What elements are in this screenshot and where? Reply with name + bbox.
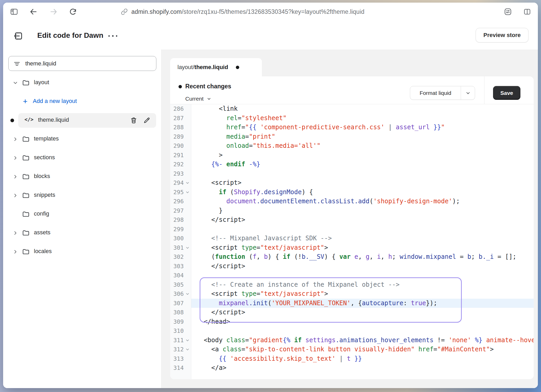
rename-file-button[interactable]: [143, 117, 150, 125]
code-line-299[interactable]: 299: [170, 225, 534, 234]
version-select[interactable]: Current: [185, 95, 211, 102]
code-text: {{ 'accessibility.skip_to_text' | t }}: [191, 354, 534, 364]
code-line-291[interactable]: 291 >: [170, 151, 534, 160]
selected-file-row[interactable]: </>theme.liquid: [18, 113, 156, 128]
chevron-right-icon: [13, 230, 18, 236]
chevron-right-icon: [13, 193, 18, 198]
fold-chevron-icon[interactable]: [186, 292, 189, 296]
code-text: onload="this.media='all'": [191, 141, 534, 151]
code-file-icon: </>: [24, 117, 33, 122]
delete-file-button[interactable]: [130, 117, 137, 125]
code-line-312[interactable]: 312 <a class="skip-to-content-link butto…: [170, 345, 534, 354]
sidebar-item-layout[interactable]: layout: [3, 76, 161, 90]
code-text: [191, 271, 534, 280]
editor-toolbar: Recent changes Current Format liquid Sav…: [170, 76, 534, 104]
code-line-293[interactable]: 293: [170, 169, 534, 179]
folder-icon: [22, 248, 30, 256]
reload-icon[interactable]: [69, 8, 77, 16]
code-line-308[interactable]: 308 </script>: [170, 308, 534, 317]
code-line-300[interactable]: 300 <!-- Mixpanel Javascript SDK -->: [170, 234, 534, 243]
sidebar-item-assets[interactable]: assets: [3, 226, 161, 240]
folder-icon: [22, 210, 30, 218]
code-line-286[interactable]: 286 <link: [170, 104, 534, 114]
fold-chevron-icon[interactable]: [186, 181, 189, 185]
sidebar-item-locales[interactable]: locales: [3, 244, 161, 259]
code-line-294[interactable]: 294 <script>: [170, 178, 534, 188]
format-liquid-button[interactable]: Format liquid: [410, 86, 475, 100]
code-line-295[interactable]: 295 if (Shopify.designMode) {: [170, 188, 534, 197]
code-line-304[interactable]: 304: [170, 271, 534, 280]
code-line-287[interactable]: 287 rel="stylesheet": [170, 114, 534, 123]
sidebar-item-templates[interactable]: templates: [3, 132, 161, 146]
code-line-305[interactable]: 305 <!-- Create an instance of the Mixpa…: [170, 280, 534, 290]
sidebar-item-theme.liquid[interactable]: </>theme.liquid: [3, 113, 161, 128]
code-line-303[interactable]: 303 </script>: [170, 262, 534, 271]
code-line-311[interactable]: 311 <body class="gradient{% if settings.…: [170, 336, 534, 345]
version-label: Current: [185, 96, 204, 102]
code-text: mixpanel.init('YOUR_MIXPANEL_TOKEN', {au…: [191, 299, 534, 308]
line-number: 312: [170, 345, 184, 354]
line-number: 305: [170, 280, 184, 290]
code-line-298[interactable]: 298 </script>: [170, 215, 534, 225]
file-sidebar: layout+Add a new layout</>theme.liquidte…: [3, 50, 162, 388]
line-number: 293: [170, 169, 184, 179]
code-line-302[interactable]: 302 (function (f, b) { if (!b.__SV) { va…: [170, 252, 534, 262]
address-bar[interactable]: admin.shopify.com/store/rzq1xu-f5/themes…: [131, 8, 364, 15]
code-text: <!-- Mixpanel Javascript SDK -->: [191, 234, 534, 243]
code-line-288[interactable]: 288 href="{{ 'component-predictive-searc…: [170, 123, 534, 132]
code-text: </script>: [191, 262, 534, 271]
code-line-296[interactable]: 296 document.documentElement.classList.a…: [170, 197, 534, 206]
fold-chevron-icon[interactable]: [186, 338, 189, 342]
file-filter-input[interactable]: [25, 57, 151, 70]
fold-chevron-icon[interactable]: [186, 190, 189, 194]
sidebar-item-label: sections: [34, 154, 55, 161]
code-editor[interactable]: 286 <link287 rel="stylesheet"288 href="{…: [170, 104, 534, 379]
chevron-right-icon: [13, 155, 18, 161]
file-tab[interactable]: layout/theme.liquid: [170, 58, 262, 76]
sidebar-item-blocks[interactable]: blocks: [3, 169, 161, 184]
line-number: 309: [170, 317, 184, 327]
code-line-314[interactable]: 314 </a>: [170, 363, 534, 373]
code-text: </script>: [191, 308, 534, 317]
back-icon[interactable]: [29, 8, 38, 16]
chevron-down-icon: [207, 96, 211, 101]
code-text: {%- endif -%}: [191, 160, 534, 169]
line-number: 296: [170, 197, 184, 206]
sidebar-item-label: assets: [34, 229, 51, 236]
tab-path-prefix: layout/: [177, 64, 194, 71]
code-line-289[interactable]: 289 media="print": [170, 132, 534, 142]
file-filter-box[interactable]: [8, 56, 156, 71]
code-line-309[interactable]: 309 </head>: [170, 317, 534, 327]
code-line-290[interactable]: 290 onload="this.media='all'": [170, 141, 534, 151]
code-line-310[interactable]: 310: [170, 326, 534, 336]
fold-chevron-icon[interactable]: [186, 246, 189, 250]
ellipsis-icon: [108, 35, 110, 37]
split-view-icon[interactable]: [523, 8, 531, 16]
exit-editor-icon[interactable]: [14, 31, 23, 41]
chevron-right-icon: [13, 249, 18, 255]
code-line-301[interactable]: 301 <script type="text/javascript">: [170, 243, 534, 253]
delete-icon: [130, 117, 137, 124]
code-line-292[interactable]: 292 {%- endif -%}: [170, 160, 534, 169]
line-number: 299: [170, 225, 184, 234]
preview-store-button[interactable]: Preview store: [476, 28, 528, 42]
format-options-chevron[interactable]: [461, 86, 475, 100]
code-text: </a>: [191, 363, 534, 373]
sidebar-item-label: config: [34, 210, 49, 217]
browser-settings-icon[interactable]: [504, 8, 512, 16]
code-line-306[interactable]: 306 <script type="text/javascript">: [170, 289, 534, 299]
more-options-button[interactable]: [107, 33, 119, 39]
sidebar-item-snippets[interactable]: snippets: [3, 188, 161, 203]
save-button[interactable]: Save: [493, 86, 520, 100]
code-line-297[interactable]: 297 }: [170, 206, 534, 216]
code-line-307[interactable]: 307 mixpanel.init('YOUR_MIXPANEL_TOKEN',…: [170, 299, 534, 308]
code-text: }: [191, 206, 534, 216]
sidebar-toggle-icon[interactable]: [10, 8, 18, 16]
sidebar-item-add-a-new-layout[interactable]: +Add a new layout: [3, 94, 161, 109]
fold-chevron-icon[interactable]: [186, 347, 189, 351]
line-number: 294: [170, 178, 184, 188]
sidebar-item-sections[interactable]: sections: [3, 151, 161, 165]
code-line-313[interactable]: 313 {{ 'accessibility.skip_to_text' | t …: [170, 354, 534, 364]
sidebar-item-config[interactable]: config: [3, 207, 161, 222]
code-text: <body class="gradient{% if settings.anim…: [191, 336, 534, 345]
